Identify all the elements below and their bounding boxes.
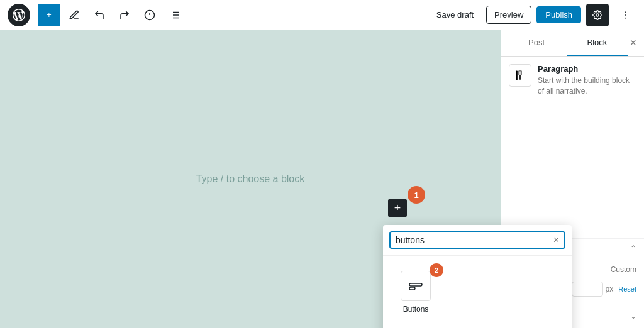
- toolbar: + Save draft Preview Publish: [0, 0, 644, 30]
- block-name: Paragraph: [538, 64, 636, 74]
- reset-button[interactable]: Reset: [618, 285, 636, 293]
- undo-button[interactable]: [88, 4, 111, 26]
- block-item-buttons[interactable]: Buttons 2: [393, 266, 438, 319]
- svg-point-10: [625, 11, 626, 13]
- settings-button[interactable]: [586, 4, 609, 26]
- save-draft-button[interactable]: Save draft: [429, 6, 481, 23]
- svg-rect-14: [409, 287, 415, 290]
- block-results: Buttons 2: [383, 256, 572, 328]
- info-button[interactable]: [138, 4, 161, 26]
- svg-point-9: [596, 14, 599, 16]
- block-info: Paragraph Start with the building block …: [509, 64, 636, 97]
- publish-button[interactable]: Publish: [536, 6, 581, 23]
- pen-tool-button[interactable]: [63, 4, 86, 26]
- search-clear-button[interactable]: ×: [553, 235, 559, 245]
- tab-block[interactable]: Block: [567, 30, 627, 56]
- sidebar-tabs: Post Block ×: [501, 30, 644, 57]
- redo-button[interactable]: [113, 4, 136, 26]
- preview-button[interactable]: Preview: [486, 6, 531, 24]
- add-block-inline-button[interactable]: +: [388, 199, 407, 217]
- block-search-input[interactable]: [396, 235, 551, 245]
- buttons-block-icon: [401, 271, 431, 301]
- svg-point-11: [625, 14, 626, 16]
- svg-point-12: [625, 17, 626, 18]
- block-search-popup: × Buttons 2 Browse all: [383, 225, 572, 328]
- svg-rect-13: [409, 283, 422, 286]
- block-info-text: Paragraph Start with the building block …: [538, 64, 636, 97]
- toolbar-right: Save draft Preview Publish: [429, 4, 636, 26]
- custom-size-input[interactable]: [572, 282, 603, 297]
- main-layout: Type / to choose a block + 1 ×: [0, 30, 644, 328]
- typography-chevron-icon: ⌃: [630, 244, 636, 253]
- editor-area[interactable]: Type / to choose a block + 1 ×: [0, 30, 501, 328]
- paragraph-block-icon: [509, 64, 531, 87]
- badge-step-1: 1: [408, 186, 425, 204]
- block-item-label: Buttons: [403, 305, 429, 314]
- block-description: Start with the building block of all nar…: [538, 75, 636, 97]
- add-block-toolbar-button[interactable]: +: [38, 4, 60, 26]
- unit-label: px: [606, 285, 614, 293]
- sidebar-content: Paragraph Start with the building block …: [501, 57, 644, 238]
- svg-rect-15: [516, 71, 518, 80]
- line-height-chevron-icon: ⌄: [630, 312, 636, 320]
- badge-step-2: 2: [430, 263, 443, 277]
- search-field-wrap: ×: [383, 225, 572, 256]
- custom-size-wrap: px: [572, 282, 614, 297]
- sidebar-close-button[interactable]: ×: [628, 34, 640, 52]
- tab-post[interactable]: Post: [506, 30, 567, 56]
- editor-placeholder: Type / to choose a block: [196, 173, 305, 185]
- custom-label: Custom: [575, 265, 637, 274]
- more-options-button[interactable]: [614, 4, 636, 26]
- wp-logo[interactable]: [8, 4, 30, 26]
- search-input-row: ×: [389, 231, 565, 249]
- list-view-button[interactable]: [164, 4, 186, 26]
